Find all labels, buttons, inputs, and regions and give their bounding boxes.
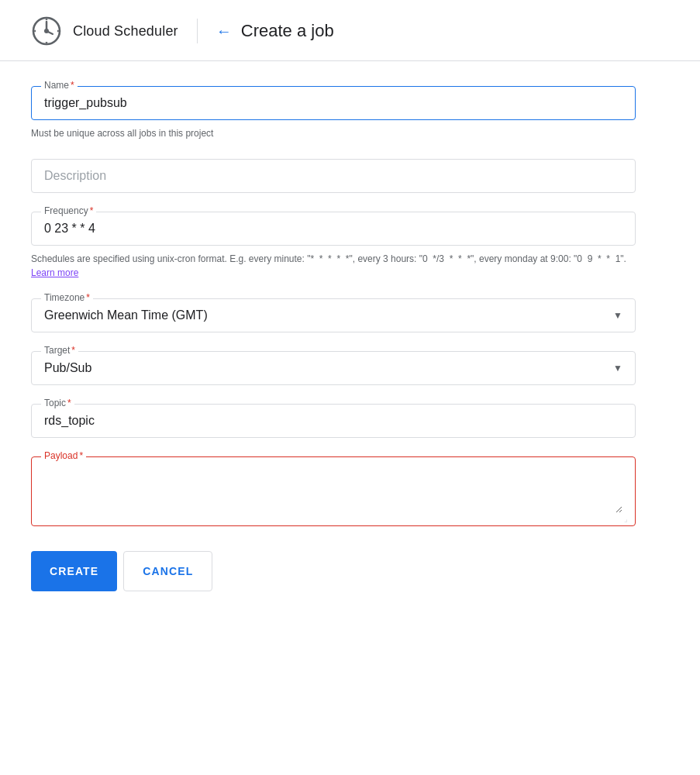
name-hint: Must be unique across all jobs in this p…	[31, 126, 636, 140]
header: Cloud Scheduler ← Create a job	[0, 0, 700, 61]
page-title: Create a job	[241, 21, 334, 41]
form-container: Name* Must be unique across all jobs in …	[0, 61, 667, 622]
timezone-form-group: Timezone* Greenwich Mean Time (GMT) ▼	[31, 298, 636, 332]
page-container: Cloud Scheduler ← Create a job Name* Mus…	[0, 0, 700, 775]
description-form-group	[31, 159, 636, 193]
timezone-value: Greenwich Mean Time (GMT)	[44, 308, 208, 322]
payload-textarea[interactable]	[44, 467, 622, 513]
timezone-select-wrapper[interactable]: Timezone* Greenwich Mean Time (GMT) ▼	[31, 298, 636, 332]
description-input[interactable]	[44, 169, 622, 183]
topic-field-wrapper: Topic*	[31, 404, 636, 438]
frequency-field-wrapper: Frequency*	[31, 212, 636, 246]
header-logo: Cloud Scheduler	[31, 16, 178, 46]
frequency-form-group: Frequency* Schedules are specified using…	[31, 212, 636, 280]
target-select-wrapper[interactable]: Target* Pub/Sub ▼	[31, 351, 636, 385]
topic-input[interactable]	[44, 414, 622, 428]
back-button[interactable]: ←	[216, 22, 232, 40]
name-field-wrapper: Name*	[31, 86, 636, 120]
frequency-input[interactable]	[44, 222, 622, 236]
payload-label: Payload*	[41, 450, 86, 461]
header-divider	[197, 19, 198, 43]
target-label: Target*	[41, 345, 78, 356]
app-name: Cloud Scheduler	[73, 23, 178, 40]
name-label: Name*	[41, 80, 78, 91]
target-dropdown-icon: ▼	[613, 363, 622, 374]
button-row: CREATE CANCEL	[31, 551, 636, 591]
target-value: Pub/Sub	[44, 361, 91, 375]
cancel-button[interactable]: CANCEL	[123, 551, 212, 591]
payload-field-wrapper: Payload* ⌟	[31, 456, 636, 526]
name-input[interactable]	[44, 96, 622, 110]
timezone-dropdown-icon: ▼	[613, 310, 622, 321]
create-button[interactable]: CREATE	[31, 551, 117, 591]
timezone-label: Timezone*	[41, 292, 93, 303]
target-form-group: Target* Pub/Sub ▼	[31, 351, 636, 385]
name-form-group: Name* Must be unique across all jobs in …	[31, 86, 636, 140]
payload-form-group: Payload* ⌟	[31, 456, 636, 526]
scheduler-icon	[31, 16, 62, 46]
topic-form-group: Topic*	[31, 404, 636, 438]
learn-more-link[interactable]: Learn more	[31, 267, 78, 278]
frequency-label: Frequency*	[41, 205, 96, 216]
topic-label: Topic*	[41, 398, 74, 408]
frequency-hint: Schedules are specified using unix-cron …	[31, 252, 636, 280]
header-back-section: ← Create a job	[216, 21, 334, 41]
description-field-wrapper	[31, 159, 636, 193]
resize-handle-icon: ⌟	[624, 515, 632, 522]
